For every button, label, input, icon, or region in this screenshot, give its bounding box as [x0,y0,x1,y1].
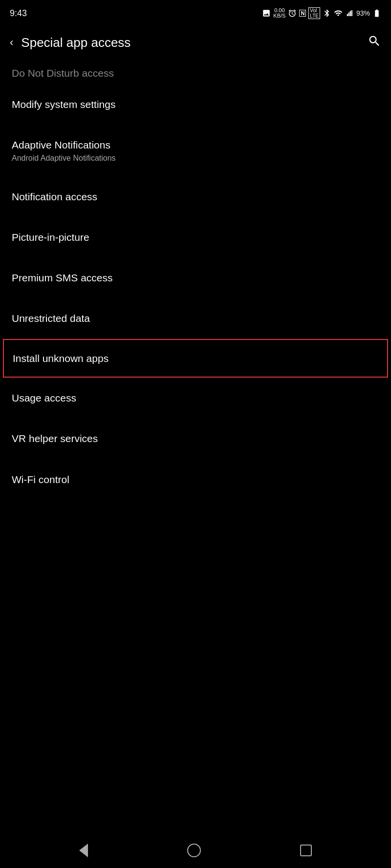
list-item[interactable]: Wi-Fi control [0,459,391,500]
header: ‹ Special app access [0,25,391,60]
menu-item-title: Picture-in-picture [12,232,89,243]
list-item[interactable]: Modify system settings [0,84,391,125]
menu-item-title: Modify system settings [12,99,115,110]
nav-recents-button[interactable] [300,845,312,856]
signal-icon [345,9,354,18]
home-circle-icon [187,844,201,857]
status-bar: 9:43 0.00KB/S N VolLTE 93% [0,0,391,25]
back-button[interactable]: ‹ [10,36,13,49]
list-item[interactable]: VR helper services [0,418,391,459]
nav-back-button[interactable] [79,844,88,857]
speed-icon: 0.00KB/S [273,8,285,19]
nav-home-button[interactable] [187,844,201,857]
page-title: Special app access [21,35,368,50]
menu-item-title: Premium SMS access [12,272,113,283]
bottom-navigation [0,833,391,868]
bluetooth-icon [323,9,331,18]
back-triangle-icon [79,844,88,857]
battery-percentage: 93% [356,9,370,17]
search-button[interactable] [368,34,381,51]
volte-icon: VolLTE [308,7,320,19]
install-unknown-apps-item[interactable]: Install unknown apps [3,339,388,378]
list-item[interactable]: Usage access [0,378,391,418]
recents-square-icon [300,845,312,856]
menu-item-title: Notification access [12,191,97,202]
menu-list: Modify system settings Adaptive Notifica… [0,84,391,500]
truncated-menu-item[interactable]: Do Not Disturb access [0,60,391,84]
list-item[interactable]: Unrestricted data [0,298,391,339]
menu-item-title: VR helper services [12,433,98,444]
status-time: 9:43 [10,8,27,19]
list-item[interactable]: Adaptive Notifications Android Adaptive … [0,125,391,176]
nfc-icon: N [299,10,306,17]
photo-icon [262,9,271,18]
battery-icon [372,9,381,18]
status-icons: 0.00KB/S N VolLTE 93% [262,7,381,19]
list-item[interactable]: Notification access [0,176,391,217]
menu-item-title: Usage access [12,392,76,403]
list-item[interactable]: Picture-in-picture [0,217,391,257]
menu-item-title: Wi-Fi control [12,474,69,485]
menu-item-subtitle: Android Adaptive Notifications [12,154,379,163]
wifi-icon [334,9,343,18]
list-item[interactable]: Premium SMS access [0,257,391,298]
menu-item-title: Install unknown apps [13,353,109,364]
menu-item-title: Adaptive Notifications [12,139,110,150]
alarm-icon [288,9,297,18]
menu-item-title: Unrestricted data [12,313,90,324]
